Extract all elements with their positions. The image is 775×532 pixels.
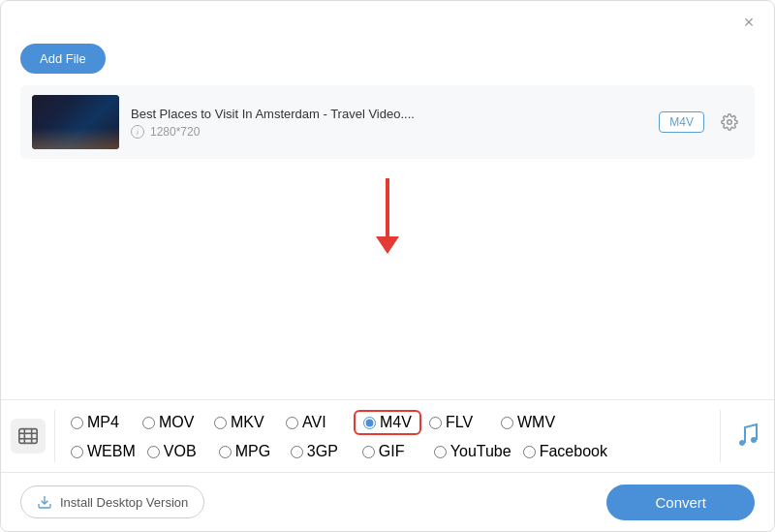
- format-label-wmv: WMV: [517, 414, 555, 431]
- file-item: Best Places to Visit In Amsterdam - Trav…: [20, 85, 755, 159]
- format-label-facebook: Facebook: [540, 443, 607, 460]
- format-radio-youtube[interactable]: [434, 446, 447, 458]
- format-radio-avi[interactable]: [286, 417, 298, 429]
- info-icon: i: [131, 125, 144, 139]
- file-list: Best Places to Visit In Amsterdam - Trav…: [1, 85, 774, 159]
- red-arrow: [376, 178, 399, 254]
- arrow-head: [376, 236, 399, 254]
- format-label-mkv: MKV: [231, 414, 264, 431]
- format-radio-3gp[interactable]: [291, 446, 303, 458]
- format-label-gif: GIF: [379, 443, 405, 460]
- format-radio-facebook[interactable]: [523, 446, 536, 458]
- format-label-avi: AVI: [302, 414, 326, 431]
- format-options: MP4 MOV MKV AVI M4V FLV: [55, 410, 720, 462]
- format-label-3gp: 3GP: [307, 443, 338, 460]
- add-file-button[interactable]: Add File: [20, 44, 106, 74]
- close-button[interactable]: ×: [739, 13, 759, 32]
- file-format-badge: M4V: [659, 111, 704, 133]
- toolbar: Add File: [1, 40, 774, 85]
- svg-rect-1: [18, 429, 36, 444]
- format-radio-webm[interactable]: [71, 446, 83, 458]
- file-meta: i 1280*720: [131, 125, 647, 139]
- video-icon-box: [11, 419, 46, 454]
- bottom-bar: Install Desktop Version Convert: [1, 473, 774, 531]
- format-radio-mkv[interactable]: [214, 417, 227, 429]
- format-option-gif[interactable]: GIF: [358, 441, 426, 462]
- audio-icon-box[interactable]: [720, 410, 774, 462]
- title-bar: ×: [1, 1, 774, 40]
- format-option-mkv[interactable]: MKV: [210, 412, 278, 433]
- svg-point-0: [728, 120, 732, 125]
- svg-point-6: [751, 437, 757, 443]
- format-radio-gif[interactable]: [362, 446, 375, 458]
- format-option-m4v[interactable]: M4V: [354, 410, 421, 435]
- format-label-vob: VOB: [164, 443, 197, 460]
- format-row-2: WEBM VOB MPG 3GP GIF YouTube: [67, 441, 708, 462]
- file-resolution: 1280*720: [150, 125, 200, 139]
- format-label-mov: MOV: [159, 414, 194, 431]
- format-radio-wmv[interactable]: [501, 417, 513, 429]
- file-info: Best Places to Visit In Amsterdam - Trav…: [131, 107, 647, 139]
- format-row-1: MP4 MOV MKV AVI M4V FLV: [67, 410, 708, 435]
- format-option-wmv[interactable]: WMV: [497, 412, 565, 433]
- download-icon: [37, 494, 52, 510]
- install-label: Install Desktop Version: [60, 495, 188, 510]
- file-thumbnail: [32, 95, 119, 149]
- format-label-flv: FLV: [446, 414, 473, 431]
- format-radio-flv[interactable]: [429, 417, 442, 429]
- file-title: Best Places to Visit In Amsterdam - Trav…: [131, 107, 647, 121]
- install-desktop-button[interactable]: Install Desktop Version: [20, 485, 204, 518]
- format-label-mpg: MPG: [235, 443, 270, 460]
- format-label-mp4: MP4: [87, 414, 119, 431]
- format-radio-vob[interactable]: [147, 446, 160, 458]
- format-bar: MP4 MOV MKV AVI M4V FLV: [1, 399, 774, 473]
- format-label-m4v: M4V: [380, 414, 412, 431]
- format-option-vob[interactable]: VOB: [143, 441, 211, 462]
- format-radio-mov[interactable]: [142, 417, 155, 429]
- format-radio-m4v[interactable]: [363, 417, 376, 429]
- format-radio-mp4[interactable]: [71, 417, 83, 429]
- convert-button[interactable]: Convert: [606, 485, 755, 520]
- format-bar-video-icon: [1, 410, 55, 462]
- format-option-facebook[interactable]: Facebook: [519, 441, 611, 462]
- format-label-webm: WEBM: [87, 443, 136, 460]
- thumbnail-image: [32, 95, 119, 149]
- close-icon: ×: [744, 13, 755, 33]
- arrow-shaft: [386, 178, 389, 236]
- format-option-youtube[interactable]: YouTube: [430, 441, 515, 462]
- file-settings-button[interactable]: [716, 109, 743, 136]
- arrow-area: [1, 159, 774, 254]
- format-option-mp4[interactable]: MP4: [67, 412, 135, 433]
- format-option-3gp[interactable]: 3GP: [287, 441, 355, 462]
- format-option-webm[interactable]: WEBM: [67, 441, 140, 462]
- format-option-flv[interactable]: FLV: [425, 412, 493, 433]
- format-option-avi[interactable]: AVI: [282, 412, 350, 433]
- format-label-youtube: YouTube: [450, 443, 512, 460]
- format-option-mpg[interactable]: MPG: [215, 441, 283, 462]
- format-radio-mpg[interactable]: [219, 446, 232, 458]
- format-option-mov[interactable]: MOV: [139, 412, 206, 433]
